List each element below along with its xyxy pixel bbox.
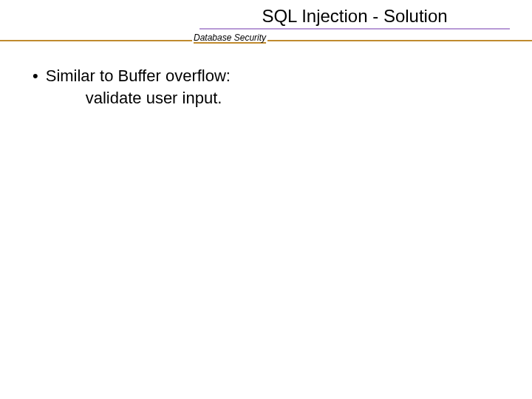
subtitle-rule-right: [267, 40, 532, 41]
bullet-item: • Similar to Buffer overflow: validate u…: [30, 65, 502, 109]
bullet-marker-icon: •: [33, 65, 38, 87]
subtitle-block: Database Security: [0, 33, 532, 43]
title-underline: [200, 28, 510, 30]
subtitle-rule-left: [0, 40, 192, 41]
slide-subtitle: Database Security: [192, 33, 267, 43]
slide-title: SQL Injection - Solution: [200, 6, 510, 28]
content-area: • Similar to Buffer overflow: validate u…: [30, 65, 502, 109]
bullet-line-2: validate user input.: [46, 89, 222, 107]
bullet-text: Similar to Buffer overflow: validate use…: [46, 65, 502, 109]
bullet-line-1: Similar to Buffer overflow:: [46, 66, 231, 85]
title-block: SQL Injection - Solution: [200, 6, 510, 30]
subtitle-row: Database Security: [0, 33, 532, 43]
